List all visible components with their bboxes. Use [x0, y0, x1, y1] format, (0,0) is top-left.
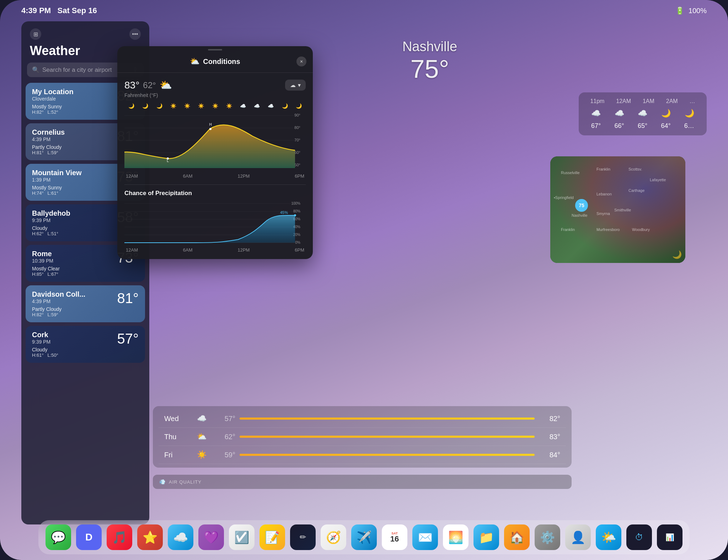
dock-icon-reminders[interactable]: ☑️	[229, 524, 255, 550]
city-info-mountain-view: Mountain View 1:39 PM Mostly Sunny H:74°…	[32, 169, 82, 196]
city-condition: Partly Cloudy	[32, 306, 85, 312]
dropdown-arrow: ▾	[298, 82, 301, 88]
map-label-franklin: Franklin	[596, 167, 610, 171]
modal-hourly-icons: 🌙 🌙 🌙 ☀️ ☀️ ☀️ ☀️ ☀️ ☁️ ☁️ ☁️ 🌙 🌙	[124, 103, 306, 109]
hour-icon: ☁️	[240, 103, 246, 109]
air-quality-label: AIR QUALITY	[169, 479, 202, 485]
modal-hour-cell: 🌙	[138, 103, 152, 109]
modal-hour-cell: 🌙	[152, 103, 166, 109]
dock-icon-music[interactable]: 🎵	[107, 524, 132, 550]
bar-thu	[240, 436, 535, 438]
precip-x-12pm: 12PM	[237, 247, 250, 253]
hour-icon-4: 🌙	[661, 109, 671, 118]
dock-icon-home[interactable]: 🏠	[504, 524, 530, 550]
modal-cloud-icon: ⛅	[190, 57, 199, 66]
map-label-lafayette: Lafayette	[650, 178, 666, 182]
city-hl: H:74° L:61°	[32, 190, 82, 196]
hour-icon-5: 🌙	[685, 109, 694, 118]
dock-icon-settings[interactable]: ⚙️	[535, 524, 560, 550]
city-item-cork[interactable]: Cork 9:39 PM Cloudy H:61° L:50° 57°	[26, 326, 145, 363]
modal-unit-label: Fahrenheit (°F)	[124, 92, 306, 98]
hour-icon: ☀️	[212, 103, 218, 109]
modal-condition-icon: ⛅	[160, 79, 172, 91]
dock-icon-calendar[interactable]: SAT 16	[382, 524, 407, 550]
modal-title-area: ⛅ Conditions	[190, 57, 240, 66]
map-label-woodbury: Woodbury	[632, 227, 650, 232]
dock-icon-tempo[interactable]: ⏱	[626, 524, 652, 550]
dock-icon-weather[interactable]: 🌤️	[596, 524, 621, 550]
hour-label-3: 1AM	[643, 98, 654, 104]
modal-hour-cell: ☁️	[264, 103, 278, 109]
modal-temp-high: 83°	[124, 80, 139, 91]
dock-icon-messages[interactable]: 💬	[46, 524, 71, 550]
dock-icon-safari[interactable]: 🧭	[321, 524, 346, 550]
dock-icon-photos[interactable]: 🌅	[443, 524, 469, 550]
y-label-90: 90°	[294, 113, 300, 117]
dock-icon-reeder[interactable]: ⭐	[137, 524, 163, 550]
hour-icon: ☀️	[198, 103, 204, 109]
battery-percent: 100%	[689, 7, 707, 15]
dock-icon-contacts[interactable]: 👤	[565, 524, 591, 550]
high-dot	[209, 128, 212, 130]
map-label-smithville: Smithville	[614, 208, 631, 212]
temp-unit-button[interactable]: ☁ ▾	[285, 80, 306, 91]
map-label-murfreesboro: Murfreesboro	[596, 227, 620, 232]
weekly-row-thu: Thu ⛅ 62° 83°	[159, 428, 566, 446]
city-item-davidson[interactable]: Davidson Coll... 4:39 PM Partly Cloudy H…	[26, 285, 145, 322]
city-condition: Mostly Sunny	[32, 185, 82, 190]
status-bar: 4:39 PM Sat Sep 16 🔋 100%	[0, 0, 728, 21]
hour-icon: ☀️	[184, 103, 190, 109]
precip-chart-svg: 100% 80% 60% 40% 20% 0%	[124, 200, 306, 247]
dock-icon-craft[interactable]: ✏	[290, 524, 316, 550]
search-icon: 🔍	[32, 66, 39, 74]
dock-icon-marble[interactable]: 💜	[198, 524, 224, 550]
bar-fri	[240, 454, 535, 456]
search-placeholder: Search for a city or airport	[42, 66, 112, 74]
modal-title: Conditions	[203, 58, 240, 66]
city-condition: Cloudy	[32, 347, 58, 352]
app-dock: 💬 D 🎵 ⭐ ☁️ 💜 ☑️ 📝 ✏ 🧭 ✈️ SAT 16 ✉️ 🌅 📁 🏠…	[38, 520, 690, 554]
sidebar-panel-icon[interactable]: ⊞	[30, 28, 41, 40]
map-label-smyrna: Smyrna	[596, 211, 610, 216]
modal-hour-cell: ☀️	[166, 103, 180, 109]
modal-close-button[interactable]: ×	[296, 56, 306, 66]
city-hl: H:61° L:50°	[32, 352, 58, 358]
city-time: 9:39 PM	[32, 339, 58, 345]
y-label-70: 70°	[294, 138, 300, 142]
status-time-text: 4:39 PM	[21, 6, 51, 15]
city-name: Davidson Coll...	[32, 290, 85, 298]
hour-label-1: 11pm	[590, 98, 604, 104]
city-time: 4:39 PM	[32, 298, 85, 304]
city-subname: Cloverdale	[32, 96, 74, 102]
dock-icon-files[interactable]: 📁	[473, 524, 499, 550]
dock-icon-testflight[interactable]: ✈️	[351, 524, 377, 550]
dock-icon-icloud[interactable]: ☁️	[168, 524, 193, 550]
dock-icon-mail[interactable]: ✉️	[412, 524, 438, 550]
modal-hour-cell: ☁️	[250, 103, 264, 109]
city-time: 9:39 PM	[32, 217, 70, 223]
city-temp: 57°	[117, 331, 139, 347]
city-time: 1:39 PM	[32, 177, 82, 183]
dock-icon-discord[interactable]: D	[76, 524, 102, 550]
sidebar-more-icon[interactable]: •••	[129, 28, 141, 40]
x-label-6pm: 6PM	[295, 173, 304, 179]
hour-temp-2: 66°	[615, 122, 624, 130]
dock-icon-stats[interactable]: 📊	[657, 524, 682, 550]
precip-area-fill	[124, 215, 295, 243]
dock-icon-notes[interactable]: 📝	[259, 524, 285, 550]
hour-icon: ☀️	[170, 103, 176, 109]
hourly-strip: 11pm 12AM 1AM 2AM … ☁️ ☁️ ☁️ 🌙 🌙 67° 66°…	[579, 92, 707, 135]
icon-fri: ☀️	[193, 450, 210, 459]
hour-temp-5: 6…	[684, 122, 694, 130]
hour-icon: ☀️	[226, 103, 232, 109]
city-hl: H:62° L:51°	[32, 231, 70, 236]
moon-icon: 🌙	[672, 250, 682, 259]
icon-wed: ☁️	[193, 414, 210, 423]
precip-y-100: 100%	[291, 201, 300, 205]
city-hl: H:82° L:59°	[32, 312, 85, 317]
modal-drag-handle	[117, 46, 313, 50]
air-quality-bar: 💨 AIR QUALITY	[153, 475, 572, 489]
map-label-carthage: Carthage	[628, 188, 644, 193]
low-wed: 57°	[210, 415, 235, 423]
modal-hour-cell: 🌙	[278, 103, 292, 109]
